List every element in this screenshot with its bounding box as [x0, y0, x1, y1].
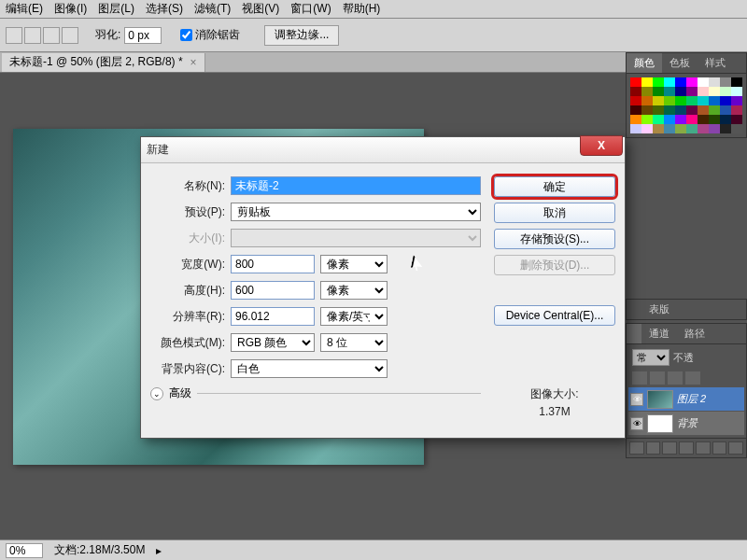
layer-item[interactable]: 👁 图层 2 [628, 387, 744, 412]
swatch[interactable] [698, 96, 709, 105]
swatch[interactable] [709, 77, 720, 87]
selection-new-icon[interactable] [6, 27, 22, 44]
lock-all-icon[interactable] [685, 371, 700, 385]
swatch[interactable] [664, 87, 675, 96]
swatch[interactable] [698, 115, 709, 124]
height-unit-select[interactable]: 像素 [320, 281, 388, 300]
refine-edge-button[interactable]: 调整边缘... [264, 25, 339, 46]
swatch[interactable] [731, 96, 742, 105]
swatch[interactable] [675, 87, 686, 96]
adjustment-layer-icon[interactable] [679, 441, 694, 455]
swatch[interactable] [720, 77, 731, 87]
layer-thumbnail[interactable] [647, 414, 673, 433]
new-layer-icon[interactable] [712, 441, 727, 455]
swatch[interactable] [653, 77, 664, 87]
menu-help[interactable]: 帮助(H) [343, 1, 381, 17]
swatch[interactable] [709, 87, 720, 96]
swatch[interactable] [675, 105, 686, 115]
link-layers-icon[interactable] [629, 441, 644, 455]
tab-paths[interactable]: 路径 [677, 324, 712, 343]
lock-position-icon[interactable] [668, 371, 683, 385]
layer-name[interactable]: 背景 [677, 416, 742, 430]
blend-mode-select[interactable]: 常 [632, 349, 669, 366]
swatch[interactable] [698, 87, 709, 96]
group-icon[interactable] [696, 441, 711, 455]
background-select[interactable]: 白色 [231, 359, 388, 378]
tab-swatches[interactable]: 色板 [662, 53, 698, 73]
swatch[interactable] [698, 124, 709, 133]
device-central-button[interactable]: Device Central(E)... [494, 305, 615, 326]
swatch[interactable] [653, 115, 664, 124]
swatch[interactable] [686, 124, 698, 133]
menu-window[interactable]: 窗口(W) [290, 1, 331, 17]
width-input[interactable] [231, 255, 315, 273]
swatch[interactable] [653, 105, 664, 115]
tab-adjustments[interactable] [627, 300, 641, 319]
swatch[interactable] [709, 115, 720, 124]
menu-filter[interactable]: 滤镜(T) [194, 1, 231, 17]
feather-input[interactable] [124, 27, 162, 44]
width-unit-select[interactable]: 像素 [320, 255, 388, 273]
swatch[interactable] [709, 124, 720, 133]
layer-name[interactable]: 图层 2 [677, 392, 742, 406]
selection-intersect-icon[interactable] [62, 27, 78, 44]
swatch[interactable] [664, 105, 675, 115]
zoom-input[interactable] [6, 543, 43, 558]
swatch[interactable] [664, 96, 675, 105]
swatch[interactable] [664, 77, 675, 87]
swatch[interactable] [641, 87, 653, 96]
swatch[interactable] [731, 124, 742, 133]
swatch[interactable] [641, 124, 653, 133]
swatch[interactable] [720, 96, 731, 105]
swatch[interactable] [630, 77, 641, 87]
swatch[interactable] [720, 115, 731, 124]
menu-view[interactable]: 视图(V) [242, 1, 279, 17]
swatch[interactable] [731, 77, 742, 87]
visibility-icon[interactable]: 👁 [630, 393, 643, 406]
swatch[interactable] [686, 105, 698, 115]
swatch[interactable] [686, 96, 698, 105]
layer-thumbnail[interactable] [647, 390, 673, 409]
menu-edit[interactable]: 编辑(E) [6, 1, 43, 17]
advanced-toggle[interactable]: ⌄ 高级 [150, 385, 481, 401]
swatch[interactable] [698, 105, 709, 115]
swatch[interactable] [630, 105, 641, 115]
swatch[interactable] [686, 87, 698, 96]
color-mode-select[interactable]: RGB 颜色 [231, 333, 315, 352]
visibility-icon[interactable]: 👁 [630, 417, 643, 430]
trash-icon[interactable] [728, 441, 743, 455]
swatch[interactable] [709, 105, 720, 115]
tab-styles[interactable]: 样式 [698, 53, 733, 73]
swatch[interactable] [720, 105, 731, 115]
swatch[interactable] [720, 124, 731, 133]
swatch[interactable] [630, 87, 641, 96]
swatch[interactable] [675, 115, 686, 124]
swatch[interactable] [641, 77, 653, 87]
selection-add-icon[interactable] [24, 27, 41, 44]
tab-masks[interactable]: 表版 [641, 300, 677, 319]
swatch[interactable] [698, 77, 709, 87]
swatch[interactable] [675, 124, 686, 133]
swatch[interactable] [630, 96, 641, 105]
swatch[interactable] [641, 105, 653, 115]
dialog-titlebar[interactable]: 新建 X [141, 137, 625, 163]
lock-pixels-icon[interactable] [650, 371, 665, 385]
swatch[interactable] [653, 87, 664, 96]
swatch[interactable] [641, 96, 653, 105]
save-preset-button[interactable]: 存储预设(S)... [494, 229, 615, 249]
swatch[interactable] [664, 124, 675, 133]
swatch[interactable] [641, 115, 653, 124]
selection-sub-icon[interactable] [43, 27, 60, 44]
close-button[interactable]: X [580, 135, 623, 156]
height-input[interactable] [231, 281, 315, 300]
close-icon[interactable]: × [190, 56, 197, 69]
swatch[interactable] [731, 115, 742, 124]
bit-depth-select[interactable]: 8 位 [320, 333, 388, 352]
swatch[interactable] [686, 115, 698, 124]
swatch[interactable] [630, 124, 641, 133]
menu-layer[interactable]: 图层(L) [98, 1, 134, 17]
cancel-button[interactable]: 取消 [494, 203, 615, 223]
tab-layers[interactable] [627, 324, 641, 343]
swatch[interactable] [653, 124, 664, 133]
resolution-input[interactable] [231, 307, 315, 326]
